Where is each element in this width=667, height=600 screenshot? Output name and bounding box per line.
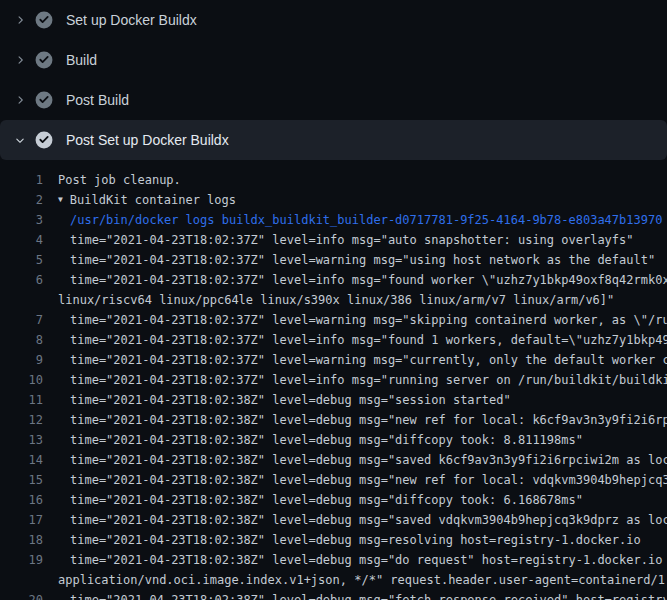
line-number[interactable]: 1 (0, 170, 43, 190)
line-number[interactable]: 19 (0, 550, 43, 570)
log-line: 8 time="2021-04-23T18:02:37Z" level=info… (0, 330, 667, 350)
log-line: 15 time="2021-04-23T18:02:38Z" level=deb… (0, 470, 667, 490)
log-text: time="2021-04-23T18:02:37Z" level=warnin… (43, 310, 667, 330)
step-title: Build (66, 52, 97, 68)
check-circle-icon (35, 11, 53, 29)
log-text[interactable]: ▼BuildKit container logs (43, 190, 236, 210)
log-message: time="2021-04-23T18:02:37Z" level=info m… (70, 333, 667, 347)
log-text: time="2021-04-23T18:02:37Z" level=info m… (43, 330, 667, 350)
line-number[interactable]: 5 (0, 250, 43, 270)
log-text: Post job cleanup. (43, 170, 181, 190)
step-header[interactable]: Set up Docker Buildx (0, 0, 667, 40)
log-line: 14 time="2021-04-23T18:02:38Z" level=deb… (0, 450, 667, 470)
log-text: time="2021-04-23T18:02:37Z" level=info m… (43, 370, 667, 390)
log-text: time="2021-04-23T18:02:38Z" level=debug … (43, 550, 667, 570)
log-text: time="2021-04-23T18:02:38Z" level=debug … (43, 430, 583, 450)
log-message: time="2021-04-23T18:02:38Z" level=debug … (70, 533, 641, 547)
log-message: time="2021-04-23T18:02:38Z" level=debug … (70, 473, 667, 487)
log-line: 20 time="2021-04-23T18:02:38Z" level=deb… (0, 590, 667, 600)
log-message: time="2021-04-23T18:02:37Z" level=info m… (70, 273, 667, 287)
step-header[interactable]: Post Set up Docker Buildx (0, 120, 667, 160)
line-number[interactable]: 14 (0, 450, 43, 470)
log-message: time="2021-04-23T18:02:38Z" level=debug … (70, 393, 511, 407)
line-number[interactable] (0, 570, 43, 590)
line-number[interactable]: 9 (0, 350, 43, 370)
log-message: time="2021-04-23T18:02:38Z" level=debug … (70, 413, 667, 427)
log-area: 1 Post job cleanup. 2 ▼BuildKit containe… (0, 160, 667, 600)
line-number[interactable]: 11 (0, 390, 43, 410)
log-line: 9 time="2021-04-23T18:02:37Z" level=warn… (0, 350, 667, 370)
log-message: time="2021-04-23T18:02:38Z" level=debug … (70, 493, 583, 507)
log-text: /usr/bin/docker logs buildx_buildkit_bui… (43, 210, 662, 230)
line-number[interactable]: 4 (0, 230, 43, 250)
log-line: linux/riscv64 linux/ppc64le linux/s390x … (0, 290, 667, 310)
log-text: time="2021-04-23T18:02:37Z" level=warnin… (43, 350, 667, 370)
log-line: 10 time="2021-04-23T18:02:37Z" level=inf… (0, 370, 667, 390)
log-message: time="2021-04-23T18:02:37Z" level=warnin… (70, 353, 667, 367)
line-number[interactable]: 17 (0, 510, 43, 530)
log-text: time="2021-04-23T18:02:38Z" level=debug … (43, 470, 667, 490)
log-line: 17 time="2021-04-23T18:02:38Z" level=deb… (0, 510, 667, 530)
log-message: linux/riscv64 linux/ppc64le linux/s390x … (58, 293, 614, 307)
log-message: time="2021-04-23T18:02:38Z" level=debug … (70, 593, 667, 600)
log-text: time="2021-04-23T18:02:37Z" level=warnin… (43, 250, 655, 270)
log-message: time="2021-04-23T18:02:38Z" level=debug … (70, 433, 583, 447)
log-text: application/vnd.oci.image.index.v1+json,… (43, 570, 667, 590)
log-line: 13 time="2021-04-23T18:02:38Z" level=deb… (0, 430, 667, 450)
log-text: time="2021-04-23T18:02:38Z" level=debug … (43, 590, 667, 600)
log-message: time="2021-04-23T18:02:38Z" level=debug … (70, 513, 667, 527)
line-number[interactable]: 15 (0, 470, 43, 490)
log-line: 6 time="2021-04-23T18:02:37Z" level=info… (0, 270, 667, 290)
check-circle-icon (35, 51, 53, 69)
log-line: 18 time="2021-04-23T18:02:38Z" level=deb… (0, 530, 667, 550)
chevron-right-icon (12, 52, 28, 68)
log-text: time="2021-04-23T18:02:38Z" level=debug … (43, 410, 667, 430)
log-line: 11 time="2021-04-23T18:02:38Z" level=deb… (0, 390, 667, 410)
log-message: BuildKit container logs (70, 193, 236, 207)
line-number[interactable]: 3 (0, 210, 43, 230)
step-title: Set up Docker Buildx (66, 12, 197, 28)
log-line: 2 ▼BuildKit container logs (0, 190, 667, 210)
chevron-right-icon (12, 132, 28, 148)
log-text: time="2021-04-23T18:02:38Z" level=debug … (43, 390, 511, 410)
chevron-right-icon (12, 92, 28, 108)
log-line: 16 time="2021-04-23T18:02:38Z" level=deb… (0, 490, 667, 510)
log-text: time="2021-04-23T18:02:37Z" level=info m… (43, 270, 667, 290)
log-message: time="2021-04-23T18:02:37Z" level=info m… (70, 233, 634, 247)
steps-list: Set up Docker Buildx Build (0, 0, 667, 160)
log-message: time="2021-04-23T18:02:37Z" level=warnin… (70, 253, 655, 267)
line-number[interactable]: 13 (0, 430, 43, 450)
log-text: time="2021-04-23T18:02:37Z" level=info m… (43, 230, 634, 250)
log-message: Post job cleanup. (58, 173, 181, 187)
log-message: /usr/bin/docker logs buildx_buildkit_bui… (70, 213, 662, 227)
log-message: application/vnd.oci.image.index.v1+json,… (58, 573, 667, 587)
line-number[interactable]: 2 (0, 190, 43, 210)
line-number[interactable]: 7 (0, 310, 43, 330)
line-number[interactable] (0, 290, 43, 310)
chevron-right-icon (12, 12, 28, 28)
step-header[interactable]: Build (0, 40, 667, 80)
log-line: 12 time="2021-04-23T18:02:38Z" level=deb… (0, 410, 667, 430)
step-header[interactable]: Post Build (0, 80, 667, 120)
step-title: Post Set up Docker Buildx (66, 132, 229, 148)
log-message: time="2021-04-23T18:02:37Z" level=warnin… (70, 313, 667, 327)
log-line: 7 time="2021-04-23T18:02:37Z" level=warn… (0, 310, 667, 330)
log-message: time="2021-04-23T18:02:38Z" level=debug … (70, 453, 667, 467)
line-number[interactable]: 20 (0, 590, 43, 600)
log-line: 5 time="2021-04-23T18:02:37Z" level=warn… (0, 250, 667, 270)
log-text: time="2021-04-23T18:02:38Z" level=debug … (43, 530, 641, 550)
log-message: time="2021-04-23T18:02:38Z" level=debug … (70, 553, 667, 567)
log-message: time="2021-04-23T18:02:37Z" level=info m… (70, 373, 667, 387)
check-circle-icon (35, 131, 53, 149)
log-text: time="2021-04-23T18:02:38Z" level=debug … (43, 450, 667, 470)
line-number[interactable]: 6 (0, 270, 43, 290)
line-number[interactable]: 12 (0, 410, 43, 430)
log-line: 1 Post job cleanup. (0, 170, 667, 190)
step-title: Post Build (66, 92, 129, 108)
line-number[interactable]: 10 (0, 370, 43, 390)
line-number[interactable]: 8 (0, 330, 43, 350)
log-text: time="2021-04-23T18:02:38Z" level=debug … (43, 490, 583, 510)
line-number[interactable]: 18 (0, 530, 43, 550)
group-collapse-icon: ▼ (58, 190, 63, 210)
line-number[interactable]: 16 (0, 490, 43, 510)
